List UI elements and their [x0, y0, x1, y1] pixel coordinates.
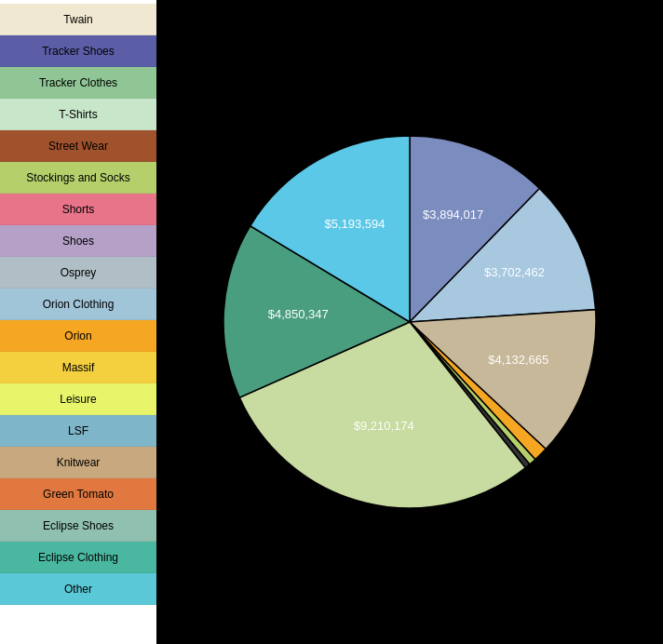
legend-item: Tracker Clothes	[0, 67, 156, 99]
legend-item: Orion	[0, 320, 156, 352]
legend-item: Knitwear	[0, 447, 156, 478]
legend-item: Osprey	[0, 257, 156, 288]
legend-item: Leisure	[0, 383, 156, 415]
legend-item: Twain	[0, 4, 156, 35]
legend-item: Shoes	[0, 225, 156, 257]
pie-label: $3,702,462	[484, 265, 545, 279]
pie-label: $9,210,174	[354, 419, 414, 433]
legend-item: Shorts	[0, 194, 156, 225]
legend-item: LSF	[0, 415, 156, 447]
pie-chart: $3,894,017$3,702,462$4,132,665$9,210,174…	[186, 99, 633, 545]
legend-item: T-Shirts	[0, 99, 156, 130]
legend-item: Eclipse Clothing	[0, 542, 156, 573]
legend-item: Tracker Shoes	[0, 35, 156, 67]
legend-item: Massif	[0, 352, 156, 383]
pie-label: $5,193,594	[324, 217, 385, 231]
legend-item: Other	[0, 573, 156, 605]
legend-item: Orion Clothing	[0, 288, 156, 320]
pie-label: $4,132,665	[488, 353, 548, 367]
legend-item: Street Wear	[0, 130, 156, 162]
legend-item: Stockings and Socks	[0, 162, 156, 194]
pie-label: $4,850,347	[268, 307, 329, 321]
legend-item: Green Tomato	[0, 478, 156, 510]
pie-label: $3,894,017	[423, 208, 483, 221]
legend-item: Eclipse Shoes	[0, 510, 156, 542]
chart-area: $3,894,017$3,702,462$4,132,665$9,210,174…	[156, 0, 663, 644]
legend: TwainTracker ShoesTracker ClothesT-Shirt…	[0, 0, 156, 644]
